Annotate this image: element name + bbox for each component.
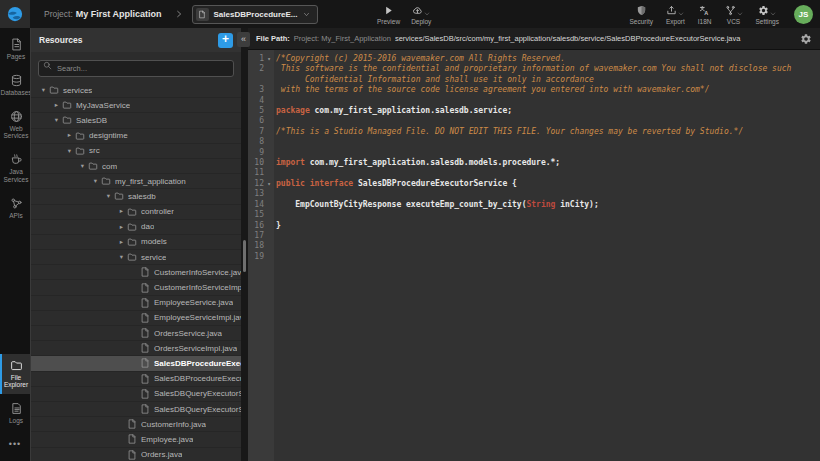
security-button[interactable]: Security — [629, 3, 652, 25]
settings-button[interactable]: Settings — [756, 3, 780, 25]
code-line[interactable]: 2 This software is the confidential and … — [248, 64, 820, 85]
code-line[interactable]: 14 EmpCountByCityResponse executeEmp_cou… — [248, 200, 820, 210]
i18n-button[interactable]: A I18N — [698, 3, 712, 25]
code-line[interactable]: 8 — [248, 137, 820, 147]
tree-item-label: SalesDBProcedureExecutorServiceImpl.java — [154, 374, 241, 383]
add-resource-button[interactable]: + — [218, 33, 233, 48]
line-gutter: 5 — [248, 106, 274, 116]
code-line[interactable]: 13 — [248, 189, 820, 199]
caret-right-icon[interactable]: ▸ — [117, 208, 126, 215]
vcs-button[interactable]: VCS — [725, 3, 743, 25]
code-line[interactable]: 4 — [248, 96, 820, 106]
code-line[interactable]: 16} — [248, 221, 820, 231]
tree-item[interactable]: Employee.java — [31, 432, 241, 447]
code-line[interactable]: 12▾public interface SalesDBProcedureExec… — [248, 179, 820, 189]
tree-item-label: SalesDB — [76, 116, 107, 125]
tree-item[interactable]: ▸MyJavaService — [31, 98, 241, 113]
caret-right-icon[interactable]: ▸ — [65, 132, 74, 139]
tree-item-label: OrdersService.java — [154, 329, 222, 338]
caret-right-icon[interactable]: ▸ — [52, 102, 61, 109]
tree-item[interactable]: CustomerInfo.java — [31, 417, 241, 432]
tree-item[interactable]: SalesDBQueryExecutorServiceImpl.java — [31, 402, 241, 417]
fold-caret-icon[interactable]: ▾ — [264, 54, 274, 64]
code-line[interactable]: 18 — [248, 241, 820, 251]
caret-down-icon[interactable]: ▾ — [104, 193, 113, 200]
fold-spacer — [264, 106, 274, 116]
editor-settings-gear-icon[interactable] — [800, 33, 812, 45]
preview-button[interactable]: Preview — [377, 3, 400, 25]
open-file-tab[interactable]: SalesDBProcedureE... — [192, 5, 318, 24]
code-line[interactable]: 17 — [248, 231, 820, 241]
tree-item[interactable]: ▸dao — [31, 220, 241, 235]
code-line[interactable]: 1▾/*Copyright (c) 2015-2016 wavemaker.co… — [248, 54, 820, 64]
fold-spacer — [264, 116, 274, 126]
file-icon — [140, 404, 150, 414]
tree-item[interactable]: ▾com — [31, 159, 241, 174]
code-line[interactable]: 9 — [248, 148, 820, 158]
caret-down-icon[interactable]: ▾ — [91, 178, 100, 185]
tree-item[interactable]: ▸designtime — [31, 129, 241, 144]
sidebar-item-more[interactable]: ••• — [0, 433, 30, 461]
tree-item[interactable]: SalesDBProcedureExecutorServiceImpl.java — [31, 372, 241, 387]
folder-icon — [127, 252, 137, 262]
caret-down-icon[interactable]: ▾ — [117, 254, 126, 261]
tree-item[interactable]: ▸models — [31, 235, 241, 250]
file-path-bar: File Path: Project: My_First_Application… — [248, 28, 820, 50]
tree-item[interactable]: OrdersServiceImpl.java — [31, 341, 241, 356]
code-line[interactable]: 11 — [248, 168, 820, 178]
line-gutter: 8 — [248, 137, 274, 147]
sidebar-item-apis[interactable]: APIs — [0, 192, 30, 225]
export-button[interactable]: Export — [666, 3, 685, 25]
tree-item[interactable]: EmployeeService.java — [31, 296, 241, 311]
sidebar-item-databases[interactable]: Databases — [0, 69, 30, 102]
tree-item[interactable]: ▾services — [31, 83, 241, 98]
caret-right-icon[interactable]: ▸ — [117, 239, 126, 246]
line-number: 19 — [248, 252, 264, 262]
tree-item[interactable]: SalesDBProcedureExecutorService.java — [31, 356, 241, 371]
code-line[interactable]: 10import com.my_first_application.salesd… — [248, 158, 820, 168]
code-line[interactable]: 3 with the terms of the source code lice… — [248, 85, 820, 95]
tree-item[interactable]: ▸controller — [31, 205, 241, 220]
caret-down-icon[interactable]: ▾ — [52, 117, 61, 124]
app-logo[interactable] — [0, 0, 30, 28]
code-line[interactable]: 5package com.my_first_application.salesd… — [248, 106, 820, 116]
tree-item[interactable]: ▾SalesDB — [31, 113, 241, 128]
collapse-panel-button[interactable]: « — [237, 32, 250, 47]
caret-down-icon[interactable]: ▾ — [78, 163, 87, 170]
tree-item[interactable]: Orders.java — [31, 448, 241, 461]
fold-caret-icon[interactable]: ▾ — [264, 179, 274, 189]
code-line[interactable]: 15 — [248, 210, 820, 220]
file-icon — [140, 267, 150, 277]
caret-right-icon[interactable]: ▸ — [117, 224, 126, 231]
sidebar-item-pages[interactable]: Pages — [0, 33, 30, 66]
tree-item[interactable]: CustomerInfoService.java — [31, 265, 241, 280]
sidebar-item-java-services[interactable]: Java Services — [0, 148, 30, 189]
file-path-value: services/SalesDB/src/com/my_first_applic… — [395, 34, 796, 43]
tree-item[interactable]: CustomerInfoServiceImpl.java — [31, 280, 241, 295]
tree-item-label: com — [102, 162, 117, 171]
code-line[interactable]: 19 — [248, 252, 820, 262]
tree-item[interactable]: SalesDBQueryExecutorService.java — [31, 387, 241, 402]
deploy-button[interactable]: Deploy — [411, 3, 431, 25]
apis-label: APIs — [9, 212, 23, 220]
caret-down-icon[interactable]: ▾ — [65, 148, 74, 155]
tree-item[interactable]: ▾my_first_application — [31, 174, 241, 189]
code-line[interactable]: 7/*This is a Studio Managed File. DO NOT… — [248, 127, 820, 137]
fold-spacer — [264, 189, 274, 199]
sidebar-item-web-services[interactable]: Web Services — [0, 105, 30, 146]
tree-item-label: EmployeeService.java — [154, 298, 233, 307]
tree-item[interactable]: ▾salesdb — [31, 189, 241, 204]
code-editor[interactable]: 1▾/*Copyright (c) 2015-2016 wavemaker.co… — [248, 50, 820, 461]
folder-icon — [101, 176, 111, 186]
caret-down-icon[interactable]: ▾ — [39, 87, 48, 94]
code-line[interactable]: 6 — [248, 116, 820, 126]
search-input[interactable] — [38, 60, 234, 77]
tree-item[interactable]: ▾src — [31, 144, 241, 159]
tree-item[interactable]: OrdersService.java — [31, 326, 241, 341]
user-avatar[interactable]: JS — [794, 5, 813, 24]
tree-item[interactable]: EmployeeServiceImpl.java — [31, 311, 241, 326]
tree-scrollbar-thumb[interactable] — [243, 240, 246, 272]
sidebar-item-file-explorer[interactable]: File Explorer — [0, 354, 30, 395]
sidebar-item-logs[interactable]: Logs — [0, 397, 30, 430]
tree-item[interactable]: ▾service — [31, 250, 241, 265]
